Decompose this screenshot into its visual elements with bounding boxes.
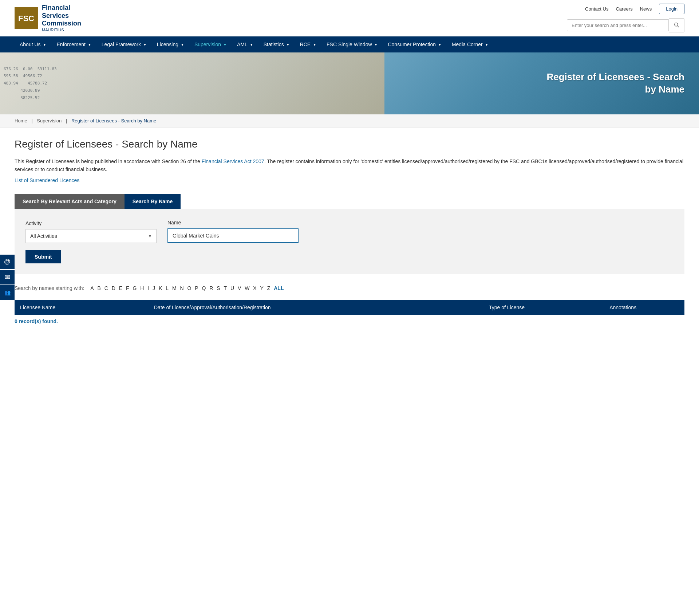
- name-label: Name: [167, 220, 299, 225]
- email-side-icon[interactable]: @: [0, 255, 15, 269]
- activity-label: Activity: [25, 220, 157, 226]
- envelope-icon: ✉: [5, 273, 10, 281]
- fsa-link[interactable]: Financial Services Act 2007: [202, 158, 264, 164]
- nav-enforcement[interactable]: Enforcement ▼: [52, 36, 96, 52]
- top-bar: FSC Financial Services Commission MAURIT…: [0, 0, 699, 36]
- nav-media-corner[interactable]: Media Corner ▼: [447, 36, 494, 52]
- alpha-e[interactable]: E: [119, 285, 122, 291]
- breadcrumb-home[interactable]: Home: [15, 118, 27, 123]
- search-icon: [673, 21, 680, 28]
- alpha-c[interactable]: C: [104, 285, 108, 291]
- aml-arrow: ▼: [250, 43, 253, 47]
- alpha-t[interactable]: T: [224, 285, 227, 291]
- alpha-y[interactable]: Y: [260, 285, 264, 291]
- th-date: Date of Licence/Approval/Authorisation/R…: [149, 300, 483, 315]
- alpha-all[interactable]: ALL: [274, 285, 284, 291]
- alpha-search-section: Search by names starting with: A B C D E…: [15, 285, 684, 291]
- name-input[interactable]: [167, 228, 299, 243]
- search-form-area: Activity All Activities ▼ Name Submit: [15, 209, 684, 274]
- activity-select-wrapper: All Activities ▼: [25, 229, 157, 243]
- about-us-arrow: ▼: [43, 43, 47, 47]
- hero-numbers-bg: 676.26 0.00 53111.83 595.58 49566.72 483…: [0, 52, 384, 114]
- th-type-of-license: Type of License: [483, 300, 604, 315]
- nav-aml[interactable]: AML ▼: [232, 36, 258, 52]
- org-name-line3: Commission: [42, 20, 81, 28]
- tab-search-by-name[interactable]: Search By Name: [125, 194, 181, 209]
- alpha-n[interactable]: N: [180, 285, 183, 291]
- submit-button[interactable]: Submit: [25, 250, 61, 263]
- logo-area: FSC Financial Services Commission MAURIT…: [15, 4, 81, 32]
- search-button[interactable]: [669, 18, 684, 32]
- form-row: Activity All Activities ▼ Name: [25, 220, 674, 243]
- fsc-logo: FSC: [15, 7, 38, 29]
- search-input[interactable]: [567, 19, 669, 31]
- top-right-col: Contact Us Careers News Login: [567, 4, 684, 32]
- people-icon: 👥: [4, 290, 11, 295]
- alpha-a[interactable]: A: [90, 285, 94, 291]
- alpha-w[interactable]: W: [245, 285, 249, 291]
- search-tabs: Search By Relevant Acts and Category Sea…: [15, 194, 684, 209]
- hero-title: Register of Licensees - Search by Name: [539, 71, 684, 96]
- main-content: Register of Licensees - Search by Name T…: [0, 127, 699, 339]
- activity-form-group: Activity All Activities ▼: [25, 220, 157, 243]
- th-licensee-name: Licensee Name: [15, 300, 149, 315]
- fsc-single-window-arrow: ▼: [374, 43, 378, 47]
- nav-consumer-protection[interactable]: Consumer Protection ▼: [383, 36, 446, 52]
- media-corner-arrow: ▼: [485, 43, 489, 47]
- records-found: 0 record(s) found.: [15, 318, 684, 324]
- alpha-p[interactable]: P: [195, 285, 198, 291]
- alpha-f[interactable]: F: [126, 285, 129, 291]
- alpha-o[interactable]: O: [187, 285, 191, 291]
- alpha-q[interactable]: Q: [202, 285, 206, 291]
- news-link[interactable]: News: [640, 6, 652, 12]
- nav-licensing[interactable]: Licensing ▼: [152, 36, 189, 52]
- tab-search-by-acts[interactable]: Search By Relevant Acts and Category: [15, 194, 125, 209]
- alpha-b[interactable]: B: [98, 285, 101, 291]
- nav-supervision[interactable]: Supervision ▼: [189, 36, 232, 52]
- nav-statistics[interactable]: Statistics ▼: [258, 36, 295, 52]
- careers-link[interactable]: Careers: [616, 6, 632, 12]
- alpha-v[interactable]: V: [238, 285, 241, 291]
- name-form-group: Name: [167, 220, 299, 243]
- mail-side-icon[interactable]: ✉: [0, 270, 15, 285]
- alpha-j[interactable]: J: [153, 285, 155, 291]
- alpha-d[interactable]: D: [112, 285, 115, 291]
- page-title: Register of Licensees - Search by Name: [15, 138, 684, 150]
- contact-us-link[interactable]: Contact Us: [585, 6, 608, 12]
- group-side-icon[interactable]: 👥: [0, 285, 15, 300]
- alpha-r[interactable]: R: [209, 285, 213, 291]
- side-icons: @ ✉ 👥: [0, 255, 15, 300]
- alpha-k[interactable]: K: [159, 285, 162, 291]
- alpha-l[interactable]: L: [166, 285, 169, 291]
- nav-legal-framework[interactable]: Legal Framework ▼: [96, 36, 152, 52]
- nav-about-us[interactable]: About Us ▼: [15, 36, 52, 52]
- at-icon: @: [4, 258, 11, 266]
- alpha-m[interactable]: M: [172, 285, 177, 291]
- alpha-s[interactable]: S: [217, 285, 220, 291]
- alpha-h[interactable]: H: [140, 285, 144, 291]
- surrendered-licences-link[interactable]: List of Surrendered Licences: [15, 177, 684, 183]
- svg-text:FSC: FSC: [18, 14, 34, 23]
- nav-fsc-single-window[interactable]: FSC Single Window ▼: [321, 36, 383, 52]
- top-links: Contact Us Careers News Login: [585, 4, 684, 14]
- alpha-x[interactable]: X: [253, 285, 256, 291]
- supervision-arrow: ▼: [223, 43, 227, 47]
- alpha-g[interactable]: G: [133, 285, 137, 291]
- org-country: MAURITIUS: [42, 28, 81, 32]
- breadcrumb-supervision[interactable]: Supervision: [37, 118, 62, 123]
- breadcrumb-sep-1: |: [31, 118, 32, 123]
- org-name-line2: Services: [42, 12, 81, 20]
- alpha-i[interactable]: I: [147, 285, 149, 291]
- alpha-u[interactable]: U: [230, 285, 234, 291]
- login-button[interactable]: Login: [659, 4, 684, 14]
- table-header: Licensee Name Date of Licence/Approval/A…: [15, 300, 684, 315]
- activity-select[interactable]: All Activities: [25, 229, 157, 243]
- nav-rce[interactable]: RCE ▼: [295, 36, 321, 52]
- org-name-line1: Financial: [42, 4, 81, 12]
- enforcement-arrow: ▼: [88, 43, 91, 47]
- results-table: Licensee Name Date of Licence/Approval/A…: [15, 300, 684, 315]
- logo-text: Financial Services Commission MAURITIUS: [42, 4, 81, 32]
- alpha-z[interactable]: Z: [267, 285, 270, 291]
- nav-bar: About Us ▼ Enforcement ▼ Legal Framework…: [0, 36, 699, 52]
- breadcrumb-current: Register of Licensees - Search by Name: [71, 118, 156, 123]
